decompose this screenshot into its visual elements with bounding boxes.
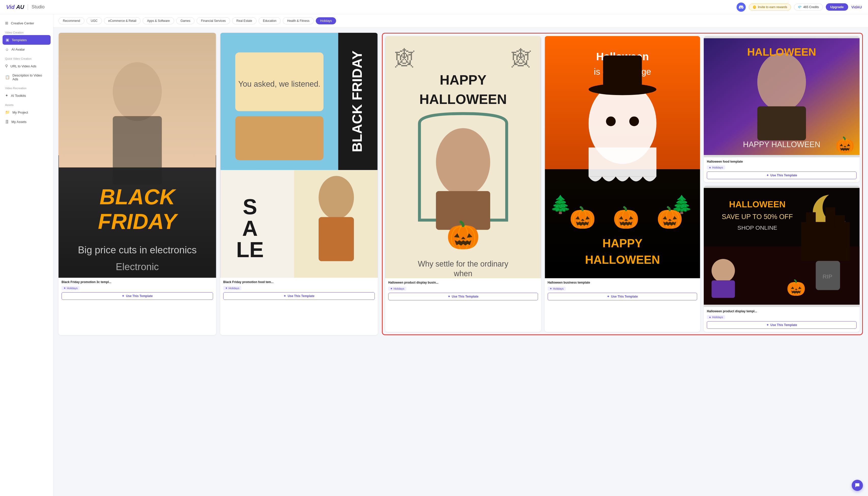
svg-text:SHOP ONLINE: SHOP ONLINE	[737, 224, 777, 231]
template-thumb-halloween-product-2: HALLOWEEN SAVE UP TO 50% OFF SHOP ONLINE	[704, 186, 859, 307]
filter-tab-ugc[interactable]: UGC	[87, 17, 102, 25]
sidebar-item-templates[interactable]: ▣ Templates	[2, 35, 50, 45]
filter-tab-health[interactable]: Health & Fitness	[283, 17, 314, 25]
discord-button[interactable]	[736, 2, 746, 12]
svg-text:HALLOWEEN: HALLOWEEN	[419, 92, 507, 107]
sidebar-item-my-assets[interactable]: 🗄 My Assets	[0, 117, 53, 126]
svg-text:when: when	[454, 269, 472, 278]
template-tag-bf-3c: ★ Holidays	[62, 286, 80, 290]
filter-tab-apps[interactable]: Apps & Software	[143, 17, 174, 25]
template-info-bf-food: Black Friday promotion food tem... ★ Hol…	[220, 278, 378, 303]
svg-point-19	[319, 176, 354, 219]
svg-text:🌲: 🌲	[671, 194, 693, 215]
use-template-btn-bf-food[interactable]: ✦ Use This Template	[223, 292, 375, 300]
svg-text:Why settle for the ordinary: Why settle for the ordinary	[418, 260, 508, 268]
svg-rect-2	[113, 116, 162, 185]
tag-star-icon: ★	[390, 287, 393, 290]
sidebar-label-my-project: My Project	[13, 110, 28, 114]
template-info-halloween-business: Halloween business template ★ Holidays ✦…	[545, 278, 700, 304]
template-card-halloween-product[interactable]: 🕸 🕸 HAPPY HALLOWEEN	[385, 36, 541, 332]
sidebar-label-url-to-video: URL to Video Ads	[11, 64, 36, 68]
use-template-btn-halloween-product-2[interactable]: ✦ Use This Template	[707, 321, 856, 329]
template-card-halloween-business[interactable]: Halloween is on the verge	[545, 36, 700, 332]
svg-rect-65	[712, 280, 735, 298]
svg-text:🎃: 🎃	[835, 136, 855, 154]
svg-point-1	[113, 62, 162, 121]
svg-text:A: A	[242, 216, 258, 241]
template-icon: ▣	[5, 37, 9, 42]
svg-text:You asked, we listened.: You asked, we listened.	[238, 79, 320, 89]
use-template-btn-halloween-business[interactable]: ✦ Use This Template	[548, 293, 697, 300]
sidebar-label-ai-avatar: AI Avatar	[12, 47, 25, 51]
credits-button[interactable]: 💎 465 Credits	[794, 3, 822, 11]
filter-bar: Recommend UGC eCommerce & Retail Apps & …	[54, 14, 868, 28]
template-name-halloween-business: Halloween business template	[548, 281, 697, 284]
template-info-bf-3c: Black Friday promotion 3c templ... ★ Hol…	[59, 278, 216, 303]
template-thumb-halloween-food: HALLOWEEN 🎃 HAPPY HALLOWEEN	[704, 36, 859, 157]
svg-text:BLACK: BLACK	[100, 185, 177, 209]
svg-rect-20	[319, 217, 354, 261]
template-info-halloween-product: Halloween product display busin... ★ Hol…	[385, 278, 541, 304]
header-right: 🪙 Invite to earn rewards 💎 465 Credits U…	[736, 2, 862, 12]
svg-point-36	[606, 117, 615, 126]
credits-icon: 💎	[798, 5, 802, 9]
template-tag-halloween-product-2: ★ Holidays	[707, 315, 725, 319]
grid-icon: ⊞	[5, 21, 9, 26]
use-template-btn-bf-3c[interactable]: ✦ Use This Template	[62, 292, 213, 300]
sidebar-section-quick-video: Quick Video Creation	[0, 54, 53, 61]
sidebar-item-ai-avatar[interactable]: ☺ AI Avatar	[0, 45, 53, 54]
sidebar-item-url-to-video[interactable]: ⚲ URL to Video Ads	[0, 61, 53, 71]
svg-point-48	[757, 53, 806, 111]
svg-rect-11	[235, 116, 323, 160]
svg-text:LE: LE	[236, 237, 264, 262]
logo-vid: Vid	[6, 4, 15, 11]
svg-point-64	[712, 259, 735, 282]
svg-rect-39	[603, 56, 642, 92]
template-name-halloween-product: Halloween product display busin...	[388, 281, 538, 284]
sidebar-label-my-assets: My Assets	[12, 120, 27, 124]
sidebar-item-ai-toolkits[interactable]: ✦ AI Toolkits	[0, 91, 53, 100]
sidebar-item-creative-center[interactable]: ⊞ Creative Center	[0, 18, 53, 28]
template-col-3: HALLOWEEN 🎃 HAPPY HALLOWEEN Halloween fo…	[704, 36, 859, 332]
templates-area: BLACK FRIDAY Big price cuts in electroni…	[54, 28, 868, 496]
svg-text:BLACK FRIDAY: BLACK FRIDAY	[349, 50, 365, 152]
invite-button[interactable]: 🪙 Invite to earn rewards	[749, 3, 791, 11]
filter-tab-ecommerce[interactable]: eCommerce & Retail	[104, 17, 141, 25]
template-card-halloween-product-2[interactable]: HALLOWEEN SAVE UP TO 50% OFF SHOP ONLINE	[704, 186, 859, 332]
sidebar-item-my-project[interactable]: 📁 My Project	[0, 108, 53, 117]
sidebar-item-description-to-video[interactable]: 📋 Description to Video Ads	[0, 71, 53, 83]
filter-tab-holidays[interactable]: Holidays	[316, 17, 336, 25]
filter-tab-recommend[interactable]: Recommend	[59, 17, 85, 25]
use-template-btn-halloween-food[interactable]: ✦ Use This Template	[707, 171, 856, 179]
template-card-halloween-food[interactable]: HALLOWEEN 🎃 HAPPY HALLOWEEN Halloween fo…	[704, 36, 859, 182]
invite-label: Invite to earn rewards	[758, 5, 787, 9]
filter-tab-real-estate[interactable]: Real Estate	[232, 17, 257, 25]
vidau-label: VidAU	[851, 5, 862, 9]
template-card-bf-3c[interactable]: BLACK FRIDAY Big price cuts in electroni…	[59, 33, 216, 335]
svg-rect-57	[801, 222, 850, 261]
template-card-bf-food[interactable]: You asked, we listened. BLACK FRIDAY S A…	[220, 33, 378, 335]
sidebar-label-templates: Templates	[12, 38, 27, 42]
sidebar-section-video-creation: Video Creation	[0, 28, 53, 35]
svg-text:Electronic: Electronic	[116, 261, 159, 272]
sparkle-icon: ✦	[122, 294, 124, 298]
sidebar-section-video-recreation: Video Recreation	[0, 83, 53, 91]
filter-tab-financial[interactable]: Financial Services	[197, 17, 230, 25]
svg-text:HALLOWEEN: HALLOWEEN	[729, 200, 786, 209]
template-name-bf-food: Black Friday promotion food tem...	[223, 280, 375, 284]
svg-text:HAPPY HALLOWEEN: HAPPY HALLOWEEN	[743, 140, 820, 149]
project-icon: 📁	[5, 110, 10, 114]
sparkle-icon: ✦	[766, 173, 769, 177]
chat-button[interactable]	[852, 480, 863, 491]
link-icon: ⚲	[5, 64, 8, 68]
svg-text:🌲: 🌲	[550, 194, 572, 215]
sidebar-label-ai-toolkits: AI Toolkits	[11, 94, 26, 97]
filter-tab-games[interactable]: Games	[176, 17, 195, 25]
svg-point-37	[629, 117, 639, 126]
use-template-btn-halloween-product[interactable]: ✦ Use This Template	[388, 293, 538, 300]
toolkit-icon: ✦	[5, 93, 9, 98]
filter-tab-education[interactable]: Education	[259, 17, 281, 25]
upgrade-button[interactable]: Upgrade	[826, 3, 849, 11]
tag-star-icon: ★	[709, 316, 711, 319]
tag-star-icon: ★	[550, 287, 552, 290]
